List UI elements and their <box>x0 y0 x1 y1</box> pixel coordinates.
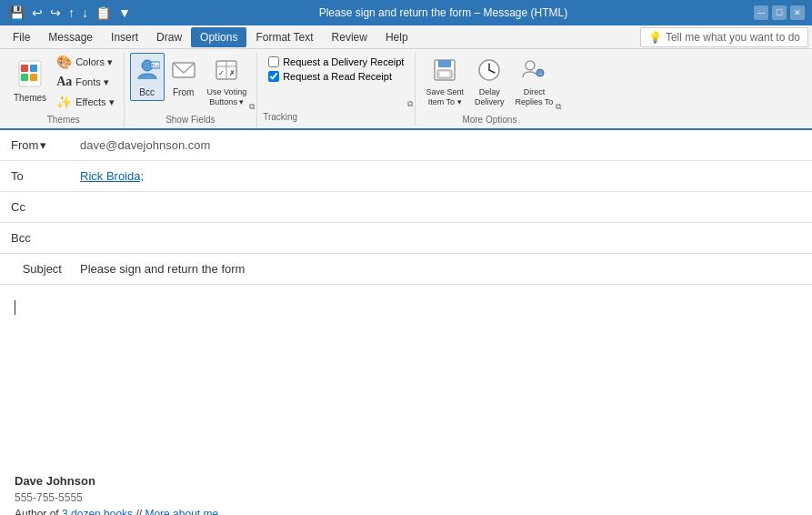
effects-label: Effects ▾ <box>75 96 114 108</box>
svg-text:✗: ✗ <box>229 69 236 77</box>
window-controls[interactable]: — ☐ ✕ <box>754 5 805 20</box>
read-receipt-checkbox-label[interactable]: Request a Read Receipt <box>268 71 404 82</box>
tracking-group-label: Tracking <box>263 108 297 122</box>
email-signature: Dave Johnson 555-755-5555 Author of 3 do… <box>0 467 812 515</box>
svg-text:→: → <box>537 71 543 76</box>
themes-items: themes 🎨 Colors ▾ Aa Fonts ▾ ✨ Effects ▾ <box>9 53 118 111</box>
to-value[interactable]: Rick Broida; <box>73 164 812 188</box>
tracking-checkboxes: Request a Delivery Receipt Request a Rea… <box>263 53 409 86</box>
ribbon-group-themes: themes 🎨 Colors ▾ Aa Fonts ▾ ✨ Effects ▾… <box>4 53 125 128</box>
colors-label: Colors ▾ <box>75 56 113 68</box>
to-button[interactable]: To <box>0 164 73 188</box>
minimize-button[interactable]: — <box>754 5 768 20</box>
subject-label: Subject <box>0 262 73 276</box>
themes-group-label: Themes <box>47 111 80 125</box>
redo-icon[interactable]: ↪ <box>48 4 63 22</box>
ribbon-group-tracking: Request a Delivery Receipt Request a Rea… <box>257 53 416 126</box>
more-options-items: Save SentItem To ▾ DelayDelivery <box>421 53 557 111</box>
bcc-icon: Bcc <box>135 57 160 86</box>
quick-access-toolbar[interactable]: 💾 ↩ ↪ ↑ ↓ 📋 ▼ <box>7 4 133 22</box>
lightbulb-icon: 💡 <box>648 31 662 44</box>
direct-replies-label: DirectReplies To <box>515 87 553 107</box>
bcc-input[interactable] <box>73 226 812 250</box>
from-ribbon-button[interactable]: From <box>166 53 201 101</box>
sig-phone: 555-755-5555 <box>15 491 797 504</box>
cc-button[interactable]: Cc <box>0 195 73 219</box>
cc-input[interactable] <box>73 195 812 219</box>
clip-icon[interactable]: 📋 <box>94 4 113 22</box>
menu-help[interactable]: Help <box>376 27 417 47</box>
menu-bar: File Message Insert Draw Options Format … <box>0 25 812 49</box>
from-dropdown-icon: ▾ <box>40 138 46 152</box>
ribbon: themes 🎨 Colors ▾ Aa Fonts ▾ ✨ Effects ▾… <box>0 49 812 130</box>
close-button[interactable]: ✕ <box>790 5 805 20</box>
effects-icon: ✨ <box>56 95 72 109</box>
bcc-field: Bcc <box>0 223 812 254</box>
save-sent-icon <box>432 57 457 86</box>
more-options-expand-icon[interactable]: ⧉ <box>556 102 561 112</box>
sig-links: Author of 3 dozen books // More about me <box>15 508 797 515</box>
bcc-button[interactable]: Bcc Bcc <box>130 53 165 101</box>
direct-replies-button[interactable]: → DirectReplies To <box>510 53 557 111</box>
menu-file[interactable]: File <box>4 27 39 47</box>
colors-icon: 🎨 <box>56 55 72 69</box>
from-field: From ▾ dave@davejohnson.com <box>0 130 812 161</box>
menu-options[interactable]: Options <box>191 27 246 47</box>
bcc-field-button[interactable]: Bcc <box>0 226 73 250</box>
undo-icon[interactable]: ↩ <box>30 4 45 22</box>
save-icon[interactable]: 💾 <box>7 4 26 22</box>
svg-rect-1 <box>21 65 28 72</box>
themes-sub-group: 🎨 Colors ▾ Aa Fonts ▾ ✨ Effects ▾ <box>53 53 117 111</box>
subject-value[interactable]: Please sign and return the form <box>73 257 812 281</box>
tracking-expand-icon[interactable]: ⧉ <box>407 99 413 109</box>
up-icon[interactable]: ↑ <box>66 4 76 22</box>
effects-button[interactable]: ✨ Effects ▾ <box>53 93 117 111</box>
menu-review[interactable]: Review <box>323 27 376 47</box>
more-options-group-label: More Options <box>462 111 516 125</box>
to-field: To Rick Broida; <box>0 161 812 192</box>
read-receipt-checkbox[interactable] <box>268 71 279 82</box>
fonts-icon: Aa <box>56 75 72 89</box>
ribbon-group-show-fields: Bcc Bcc From <box>125 53 258 128</box>
menu-insert[interactable]: Insert <box>102 27 147 47</box>
delivery-receipt-checkbox[interactable] <box>268 56 279 67</box>
bcc-field-label: Bcc <box>11 231 31 245</box>
sig-books-link[interactable]: 3 dozen books <box>62 508 133 515</box>
svg-rect-15 <box>438 60 451 67</box>
delivery-receipt-checkbox-label[interactable]: Request a Delivery Receipt <box>268 56 404 67</box>
sig-separator: // <box>133 508 145 515</box>
ribbon-group-more-options: Save SentItem To ▾ DelayDelivery <box>416 53 563 128</box>
fonts-button[interactable]: Aa Fonts ▾ <box>53 73 117 91</box>
voting-label: Use VotingButtons ▾ <box>207 87 247 107</box>
delay-label: DelayDelivery <box>475 87 505 107</box>
from-value: dave@davejohnson.com <box>73 133 812 157</box>
save-sent-item-button[interactable]: Save SentItem To ▾ <box>421 53 468 111</box>
sig-author-text: Author of <box>15 508 62 515</box>
from-button[interactable]: From ▾ <box>0 133 73 157</box>
maximize-button[interactable]: ☐ <box>772 5 787 20</box>
voting-buttons-button[interactable]: ✓ ✗ Use VotingButtons ▾ <box>203 53 252 111</box>
window-title: Please sign and return the form – Messag… <box>133 6 754 19</box>
save-sent-label: Save SentItem To ▾ <box>426 87 464 107</box>
show-fields-expand-icon[interactable]: ⧉ <box>249 102 255 112</box>
svg-rect-2 <box>30 65 37 72</box>
themes-button[interactable]: themes <box>9 53 51 106</box>
menu-message[interactable]: Message <box>39 27 102 47</box>
delay-delivery-button[interactable]: DelayDelivery <box>470 53 509 111</box>
svg-text:✓: ✓ <box>218 69 225 77</box>
from-label: From <box>11 138 38 152</box>
show-fields-label: Show Fields <box>165 111 215 125</box>
read-receipt-label: Request a Read Receipt <box>283 71 392 82</box>
menu-draw[interactable]: Draw <box>147 27 191 47</box>
menu-format-text[interactable]: Format Text <box>246 27 322 47</box>
tell-me-bar[interactable]: 💡 Tell me what you want to do <box>640 27 808 47</box>
email-body[interactable] <box>0 285 812 467</box>
sig-more-link[interactable]: More about me <box>145 508 218 515</box>
colors-button[interactable]: 🎨 Colors ▾ <box>53 53 117 71</box>
svg-point-21 <box>526 61 535 70</box>
cc-label: Cc <box>11 200 25 214</box>
down-icon[interactable]: ↓ <box>80 4 90 22</box>
themes-label: themes <box>14 93 46 103</box>
dropdown-icon[interactable]: ▼ <box>116 4 133 22</box>
delivery-receipt-label: Request a Delivery Receipt <box>283 56 404 67</box>
